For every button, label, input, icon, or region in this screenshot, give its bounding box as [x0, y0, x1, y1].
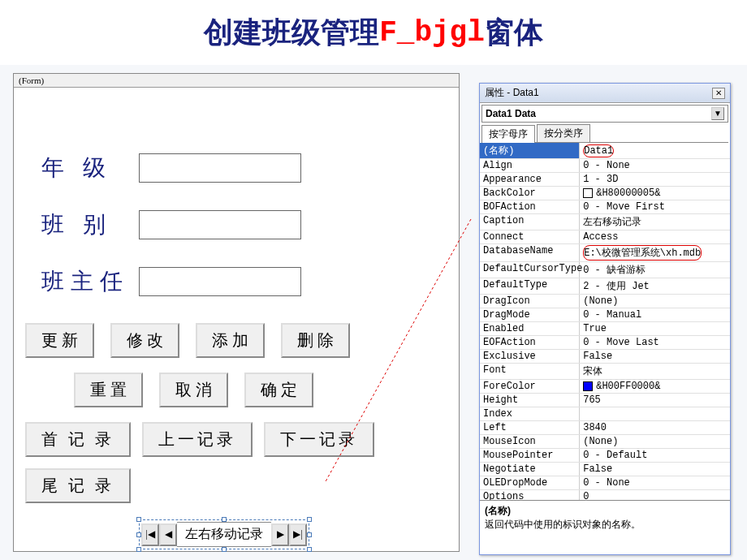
- input-class[interactable]: [139, 210, 301, 239]
- property-value[interactable]: 0: [580, 490, 730, 500]
- resize-handle[interactable]: [307, 547, 312, 552]
- title-part2: F_bjgl: [379, 16, 485, 50]
- confirm-button[interactable]: 确 定: [244, 373, 313, 407]
- property-row[interactable]: BOFAction0 - Move First: [480, 200, 730, 214]
- next-record-button[interactable]: 下一记录: [264, 422, 374, 457]
- property-value[interactable]: False: [580, 350, 730, 363]
- property-value[interactable]: False: [580, 463, 730, 476]
- property-value[interactable]: True: [580, 322, 730, 335]
- property-row[interactable]: EOFAction0 - Move Last: [480, 336, 730, 350]
- property-row[interactable]: DefaultType2 - 使用 Jet: [480, 278, 730, 295]
- property-value[interactable]: [580, 407, 730, 420]
- property-row[interactable]: Appearance1 - 3D: [480, 173, 730, 187]
- resize-handle[interactable]: [136, 532, 141, 537]
- property-value[interactable]: &H80000005&: [580, 187, 730, 200]
- close-icon[interactable]: ✕: [712, 88, 725, 99]
- property-row[interactable]: Align0 - None: [480, 159, 730, 173]
- property-row[interactable]: OLEDropMode0 - None: [480, 476, 730, 490]
- property-value[interactable]: 1 - 3D: [580, 173, 730, 186]
- property-row[interactable]: BackColor&H80000005&: [480, 187, 730, 200]
- form-designer[interactable]: (Form) 年 级 班 别 班主任 更 新 修 改 添 加 删 除 重 置 取…: [13, 73, 460, 552]
- property-description: (名称) 返回代码中使用的标识对象的名称。: [480, 500, 730, 535]
- property-value[interactable]: Access: [580, 230, 730, 243]
- property-name: EOFAction: [480, 336, 580, 349]
- property-value-text: 0 - Manual: [583, 309, 641, 321]
- modify-button[interactable]: 修 改: [110, 323, 179, 358]
- property-row[interactable]: DragIcon(None): [480, 295, 730, 308]
- property-row[interactable]: Height765: [480, 394, 730, 407]
- resize-handle[interactable]: [222, 547, 227, 552]
- nav-last-icon[interactable]: ▶|: [289, 523, 307, 546]
- property-row[interactable]: EnabledTrue: [480, 322, 730, 336]
- property-row[interactable]: MousePointer0 - Default: [480, 449, 730, 463]
- nav-next-icon[interactable]: ▶: [271, 523, 289, 546]
- property-value[interactable]: 0 - Move First: [580, 200, 730, 213]
- property-name: DefaultType: [480, 278, 580, 294]
- property-value[interactable]: 宋体: [580, 364, 730, 379]
- property-row[interactable]: ExclusiveFalse: [480, 350, 730, 364]
- property-value-text: 765: [583, 394, 601, 406]
- property-row[interactable]: Index: [480, 407, 730, 421]
- property-name: Connect: [480, 230, 580, 243]
- property-row[interactable]: DatabaseNameE:\校微管理系统\xh.mdb: [480, 244, 730, 262]
- cancel-button[interactable]: 取 消: [159, 373, 228, 407]
- reset-button[interactable]: 重 置: [74, 373, 143, 407]
- property-value-text: (None): [583, 295, 618, 307]
- resize-handle[interactable]: [136, 517, 141, 522]
- data-control[interactable]: |◀ ◀ 左右移动记录 ▶ ▶|: [139, 519, 309, 549]
- property-value[interactable]: 0 - 缺省游标: [580, 262, 730, 278]
- object-dropdown[interactable]: Data1 Data ▼: [481, 105, 728, 123]
- property-row[interactable]: Left3840: [480, 421, 730, 435]
- property-value[interactable]: 0 - Move Last: [580, 336, 730, 349]
- resize-handle[interactable]: [307, 517, 312, 522]
- property-value[interactable]: 0 - None: [580, 476, 730, 489]
- input-teacher[interactable]: [139, 267, 301, 296]
- property-row[interactable]: ForeColor&H00FF0000&: [480, 380, 730, 394]
- property-value[interactable]: &H00FF0000&: [580, 380, 730, 393]
- property-row[interactable]: (名称)Data1: [480, 143, 730, 159]
- property-value[interactable]: 0 - None: [580, 159, 730, 172]
- property-row[interactable]: MouseIcon(None): [480, 435, 730, 449]
- property-row[interactable]: ConnectAccess: [480, 230, 730, 244]
- property-value-text: True: [583, 323, 607, 334]
- delete-button[interactable]: 删 除: [281, 323, 350, 358]
- resize-handle[interactable]: [136, 547, 141, 552]
- resize-handle[interactable]: [307, 532, 312, 537]
- tab-alphabetic[interactable]: 按字母序: [481, 125, 535, 143]
- property-value-text: 宋体: [583, 364, 602, 378]
- prev-record-button[interactable]: 上一记录: [142, 422, 253, 457]
- nav-first-icon[interactable]: |◀: [141, 523, 159, 546]
- property-row[interactable]: Caption左右移动记录: [480, 214, 730, 230]
- property-value[interactable]: 0 - Default: [580, 449, 730, 462]
- property-value[interactable]: E:\校微管理系统\xh.mdb: [580, 244, 730, 261]
- property-name: (名称): [480, 143, 580, 158]
- resize-handle[interactable]: [222, 517, 227, 522]
- property-row[interactable]: DragMode0 - Manual: [480, 308, 730, 322]
- property-row[interactable]: DefaultCursorType0 - 缺省游标: [480, 262, 730, 278]
- first-record-button[interactable]: 首 记 录: [25, 422, 131, 457]
- property-value[interactable]: 0 - Manual: [580, 308, 730, 321]
- label-grade: 年 级: [41, 153, 139, 183]
- add-button[interactable]: 添 加: [196, 323, 265, 358]
- property-value[interactable]: (None): [580, 295, 730, 308]
- last-record-button[interactable]: 尾 记 录: [25, 468, 131, 503]
- nav-prev-icon[interactable]: ◀: [159, 523, 177, 546]
- property-value-text: 0 - Move Last: [583, 337, 659, 348]
- properties-panel: 属性 - Data1 ✕ Data1 Data ▼ 按字母序 按分类序 (名称)…: [479, 83, 731, 555]
- properties-grid[interactable]: (名称)Data1Align0 - NoneAppearance1 - 3DBa…: [480, 143, 730, 500]
- property-value[interactable]: (None): [580, 435, 730, 448]
- tab-categorized[interactable]: 按分类序: [537, 124, 590, 142]
- property-value[interactable]: 左右移动记录: [580, 214, 730, 230]
- property-value[interactable]: Data1: [580, 143, 730, 158]
- title-part3: 窗体: [485, 13, 543, 53]
- property-row[interactable]: NegotiateFalse: [480, 463, 730, 476]
- property-name: Enabled: [480, 322, 580, 335]
- property-value[interactable]: 765: [580, 394, 730, 407]
- property-value[interactable]: 2 - 使用 Jet: [580, 278, 730, 294]
- property-name: Height: [480, 394, 580, 407]
- property-row[interactable]: Font宋体: [480, 364, 730, 380]
- input-grade[interactable]: [139, 153, 301, 183]
- update-button[interactable]: 更 新: [25, 323, 94, 358]
- property-row[interactable]: Options0: [480, 490, 730, 500]
- property-value[interactable]: 3840: [580, 421, 730, 434]
